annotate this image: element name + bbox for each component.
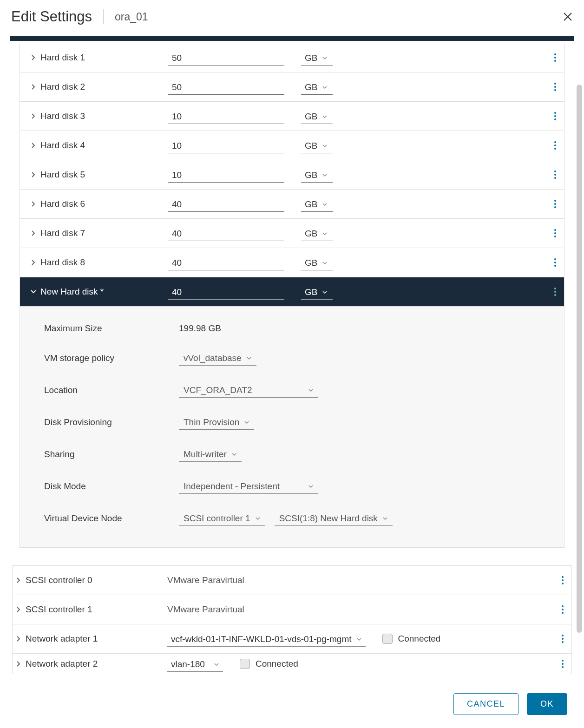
vdn-slot-select[interactable]: SCSI(1:8) New Hard disk [275, 511, 393, 526]
kebab-icon[interactable] [552, 227, 558, 240]
svg-point-27 [562, 576, 564, 578]
chevron-right-icon[interactable] [30, 113, 37, 119]
location-row: Location VCF_ORA_DAT2 [20, 374, 564, 406]
chevron-right-icon[interactable] [30, 84, 37, 90]
chevron-right-icon[interactable] [15, 577, 22, 584]
new-disk-size-input[interactable] [168, 284, 284, 300]
chevron-right-icon[interactable] [30, 201, 37, 207]
storage-policy-select[interactable]: vVol_database [179, 350, 256, 366]
disk-provisioning-row: Disk Provisioning Thin Provision [20, 406, 564, 438]
kebab-icon[interactable] [552, 197, 558, 210]
net-1-select[interactable]: vcf-wkld-01-IT-INF-WKLD-01-vds-01-pg-mgm… [167, 631, 366, 647]
hard-disk-row[interactable]: Hard disk 2 GB [20, 72, 564, 102]
svg-point-35 [562, 641, 564, 643]
hard-disk-row[interactable]: Hard disk 4 GB [20, 131, 564, 160]
ok-button[interactable]: OK [527, 693, 567, 715]
hard-disk-row[interactable]: Hard disk 3 GB [20, 102, 564, 131]
svg-point-26 [554, 294, 556, 296]
svg-point-9 [554, 141, 556, 143]
connected-label: Connected [256, 659, 298, 669]
disk-size-input[interactable] [168, 226, 284, 241]
kebab-icon[interactable] [559, 657, 566, 670]
chevron-right-icon[interactable] [30, 259, 37, 266]
virtual-device-node-label: Virtual Device Node [44, 513, 179, 524]
chevron-down-icon[interactable] [30, 289, 37, 295]
kebab-icon[interactable] [559, 603, 566, 616]
storage-policy-row: VM storage policy vVol_database [20, 342, 564, 374]
kebab-icon[interactable] [552, 110, 558, 123]
disk-unit-select[interactable]: GB [301, 138, 333, 153]
disk-size-input[interactable] [168, 255, 284, 270]
svg-point-12 [554, 171, 556, 172]
disk-unit-select[interactable]: GB [301, 109, 333, 124]
kebab-icon[interactable] [552, 51, 558, 64]
svg-point-18 [554, 229, 556, 231]
network-adapter-2-row[interactable]: Network adapter 2 vlan-180 Connected [13, 654, 571, 674]
svg-point-10 [554, 144, 556, 146]
svg-point-25 [554, 291, 556, 293]
disk-size-input[interactable] [168, 50, 284, 66]
kebab-icon[interactable] [552, 256, 558, 269]
net-2-select[interactable]: vlan-180 [167, 656, 223, 672]
hard-disk-row[interactable]: Hard disk 8 GB [20, 248, 564, 277]
vdn-controller-select[interactable]: SCSI controller 1 [179, 511, 265, 526]
header-separator [103, 9, 104, 24]
hard-disk-row[interactable]: Hard disk 7 GB [20, 219, 564, 248]
disk-unit-select[interactable]: GB [301, 167, 333, 183]
hard-disk-row[interactable]: Hard disk 1 GB [20, 43, 564, 72]
sharing-select[interactable]: Multi-writer [179, 446, 242, 462]
connected-checkbox[interactable] [382, 634, 393, 644]
scsi-controller-0-row[interactable]: SCSI controller 0 VMware Paravirtual [13, 566, 571, 595]
chevron-right-icon[interactable] [15, 661, 22, 667]
disk-provisioning-label: Disk Provisioning [44, 417, 179, 427]
chevron-right-icon[interactable] [30, 230, 37, 236]
storage-policy-label: VM storage policy [44, 353, 179, 363]
disk-mode-select[interactable]: Independent - Persistent [179, 479, 318, 494]
kebab-icon[interactable] [552, 139, 558, 152]
kebab-icon[interactable] [552, 168, 558, 181]
chevron-right-icon[interactable] [30, 54, 37, 61]
svg-point-21 [554, 258, 556, 260]
new-disk-unit-select[interactable]: GB [301, 284, 333, 300]
close-icon[interactable] [563, 12, 573, 22]
disk-unit-select[interactable]: GB [301, 197, 333, 212]
disk-mode-label: Disk Mode [44, 481, 179, 492]
disk-unit-select[interactable]: GB [301, 50, 333, 66]
kebab-icon[interactable] [559, 574, 566, 587]
scsi-controller-1-row[interactable]: SCSI controller 1 VMware Paravirtual [13, 595, 571, 624]
disk-size-input[interactable] [168, 167, 284, 183]
cancel-button[interactable]: CANCEL [453, 693, 518, 715]
svg-point-19 [554, 232, 556, 234]
network-adapter-1-row[interactable]: Network adapter 1 vcf-wkld-01-IT-INF-WKL… [13, 624, 571, 654]
kebab-icon[interactable] [552, 80, 558, 93]
disk-unit-select[interactable]: GB [301, 226, 333, 241]
kebab-icon[interactable] [552, 285, 558, 298]
disk-size-input[interactable] [168, 197, 284, 212]
chevron-right-icon[interactable] [30, 142, 37, 149]
dialog-subtitle: ora_01 [115, 11, 148, 23]
scsi-0-value: VMware Paravirtual [167, 575, 244, 585]
scrollbar-thumb[interactable] [577, 85, 582, 633]
chevron-right-icon[interactable] [15, 636, 22, 642]
scroll-area[interactable]: Hard disk 1 GB Hard disk 2 GB Hard disk … [10, 43, 574, 680]
new-hard-disk-row[interactable]: New Hard disk * GB [20, 277, 564, 307]
disk-size-input[interactable] [168, 109, 284, 124]
location-select[interactable]: VCF_ORA_DAT2 [179, 382, 318, 398]
svg-point-1 [554, 57, 556, 59]
sharing-row: Sharing Multi-writer [20, 438, 564, 470]
kebab-icon[interactable] [559, 632, 566, 645]
connected-label: Connected [398, 634, 441, 644]
chevron-right-icon[interactable] [30, 171, 37, 178]
disks-panel: Hard disk 1 GB Hard disk 2 GB Hard disk … [20, 43, 564, 548]
chevron-right-icon[interactable] [15, 606, 22, 613]
disk-size-input[interactable] [168, 79, 284, 95]
disk-provisioning-select[interactable]: Thin Provision [179, 414, 254, 430]
disk-unit-select[interactable]: GB [301, 255, 333, 270]
new-disk-details: Maximum Size 199.98 GB VM storage policy… [20, 307, 564, 548]
hard-disk-row[interactable]: Hard disk 6 GB [20, 190, 564, 219]
hard-disk-row[interactable]: Hard disk 5 GB [20, 160, 564, 190]
disk-unit-select[interactable]: GB [301, 79, 333, 95]
disk-size-input[interactable] [168, 138, 284, 153]
connected-checkbox[interactable] [240, 659, 250, 669]
devices-panel: SCSI controller 0 VMware Paravirtual SCS… [12, 565, 572, 674]
